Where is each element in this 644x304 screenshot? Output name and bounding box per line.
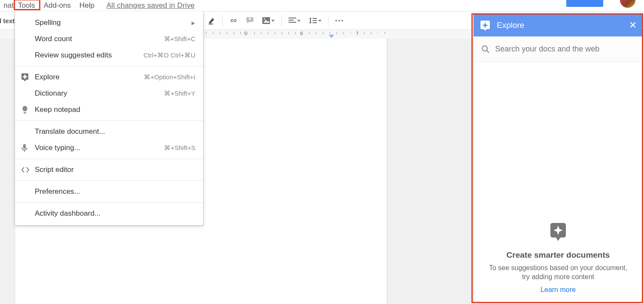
svg-rect-20 bbox=[24, 112, 26, 113]
paragraph-style-dropdown[interactable]: l text bbox=[0, 17, 15, 24]
explore-panel-title: Explore bbox=[497, 21, 524, 30]
insert-link-button[interactable] bbox=[225, 14, 242, 27]
menu-item-shortcut: ⌘+Option+Shift+I bbox=[144, 73, 195, 81]
svg-marker-19 bbox=[24, 80, 26, 81]
code-icon bbox=[21, 166, 35, 173]
tools-menu-item-dictionary[interactable]: Dictionary⌘+Shift+Y bbox=[15, 85, 203, 102]
explore-empty-state: Create smarter documents To see suggesti… bbox=[474, 222, 643, 294]
svg-point-27 bbox=[482, 46, 487, 51]
menu-separator bbox=[15, 181, 203, 181]
menu-item-label: Script editor bbox=[35, 166, 195, 174]
menu-item-label: Voice typing... bbox=[35, 144, 164, 152]
menubar-items: nat Tools Add-ons Help bbox=[0, 1, 99, 10]
chevron-down-icon bbox=[318, 20, 322, 22]
menu-separator bbox=[15, 159, 203, 159]
explore-icon bbox=[21, 73, 35, 81]
insert-comment-button[interactable] bbox=[242, 14, 258, 27]
svg-rect-10 bbox=[289, 22, 296, 23]
toolbar-separator bbox=[281, 15, 282, 27]
tools-menu-item-keep[interactable]: Keep notepad bbox=[15, 102, 203, 118]
tools-menu-item-translate[interactable]: Translate document... bbox=[15, 123, 203, 140]
align-button[interactable] bbox=[284, 14, 305, 27]
svg-rect-9 bbox=[289, 20, 294, 21]
svg-marker-26 bbox=[484, 29, 486, 31]
explore-promo-title: Create smarter documents bbox=[485, 250, 632, 260]
bulb-icon bbox=[21, 105, 35, 114]
menu-separator bbox=[15, 120, 203, 121]
menubar-item-format-clipped[interactable]: nat bbox=[0, 1, 14, 10]
mic-icon bbox=[21, 144, 35, 152]
svg-point-14 bbox=[335, 20, 337, 21]
insert-image-button[interactable] bbox=[258, 14, 279, 27]
tools-menu-item-script[interactable]: Script editor bbox=[15, 162, 203, 178]
explore-icon bbox=[480, 20, 491, 31]
explore-search-input[interactable] bbox=[495, 45, 635, 54]
account-avatar[interactable] bbox=[620, 0, 635, 8]
save-status[interactable]: All changes saved in Drive bbox=[106, 1, 195, 10]
toolbar-separator bbox=[328, 15, 328, 27]
menu-item-label: Activity dashboard... bbox=[35, 209, 195, 218]
menu-separator bbox=[15, 202, 203, 203]
menu-item-shortcut: ⌘+Shift+S bbox=[164, 144, 195, 152]
menu-separator bbox=[15, 66, 203, 66]
menu-item-label: Word count bbox=[35, 35, 164, 43]
menu-item-label: Spelling bbox=[35, 18, 191, 27]
svg-point-15 bbox=[338, 20, 340, 21]
ruler-mark: 5 bbox=[244, 31, 247, 36]
explore-panel-header: Explore ✕ bbox=[474, 14, 643, 36]
explore-promo-body: To see suggestions based on your documen… bbox=[485, 263, 632, 282]
menu-item-label: Explore bbox=[35, 73, 144, 81]
menubar-item-addons[interactable]: Add-ons bbox=[39, 1, 75, 10]
tools-menu-item-review[interactable]: Review suggested editsCtrl+⌘O Ctrl+⌘U bbox=[15, 47, 203, 63]
menu-item-label: Preferences... bbox=[35, 187, 195, 196]
tools-menu-item-wordcount[interactable]: Word count⌘+Shift+C bbox=[15, 31, 203, 47]
svg-rect-8 bbox=[289, 18, 296, 18]
svg-rect-11 bbox=[313, 18, 317, 19]
svg-rect-21 bbox=[24, 113, 26, 114]
menu-item-label: Keep notepad bbox=[35, 105, 195, 114]
menu-item-label: Review suggested edits bbox=[35, 51, 143, 60]
chevron-down-icon bbox=[297, 20, 301, 22]
svg-rect-4 bbox=[249, 18, 250, 20]
explore-search-bar bbox=[474, 36, 643, 62]
svg-point-7 bbox=[264, 18, 265, 20]
menubar: nat Tools Add-ons Help All changes saved… bbox=[0, 0, 644, 11]
menubar-item-help[interactable]: Help bbox=[75, 1, 99, 10]
submenu-arrow-icon: ▸ bbox=[191, 18, 195, 27]
toolbar-separator bbox=[222, 15, 223, 27]
menubar-item-tools[interactable]: Tools bbox=[14, 1, 39, 10]
tools-menu-item-spelling[interactable]: Spelling▸ bbox=[15, 15, 203, 31]
ruler-right-indent[interactable] bbox=[329, 35, 334, 38]
tools-menu-dropdown: Spelling▸Word count⌘+Shift+CReview sugge… bbox=[15, 11, 204, 226]
tools-menu-item-voice[interactable]: Voice typing...⌘+Shift+S bbox=[15, 140, 203, 156]
share-button[interactable] bbox=[566, 0, 603, 7]
svg-rect-2 bbox=[209, 24, 213, 24]
menu-item-label: Translate document... bbox=[35, 127, 195, 136]
close-icon[interactable]: ✕ bbox=[629, 20, 637, 31]
menu-item-label: Dictionary bbox=[35, 89, 164, 98]
explore-panel-body: Create smarter documents To see suggesti… bbox=[474, 62, 643, 302]
explore-panel: Explore ✕ Create smarter documents To se… bbox=[473, 14, 643, 303]
toolbar-group: A bbox=[187, 14, 347, 27]
chevron-down-icon bbox=[271, 20, 275, 22]
svg-rect-13 bbox=[313, 22, 317, 23]
svg-rect-22 bbox=[23, 144, 26, 149]
menu-item-shortcut: ⌘+Shift+Y bbox=[164, 90, 195, 97]
tools-menu-item-explore[interactable]: Explore⌘+Option+Shift+I bbox=[15, 69, 203, 85]
explore-icon bbox=[549, 222, 568, 243]
learn-more-link[interactable]: Learn more bbox=[541, 286, 576, 294]
svg-rect-12 bbox=[313, 20, 317, 21]
tools-menu-item-prefs[interactable]: Preferences... bbox=[15, 184, 203, 200]
search-icon bbox=[481, 45, 489, 54]
menu-item-shortcut: ⌘+Shift+C bbox=[164, 35, 195, 43]
svg-marker-31 bbox=[556, 238, 560, 241]
more-toolbar-button[interactable] bbox=[331, 14, 347, 27]
tools-menu-item-activity[interactable]: Activity dashboard... bbox=[15, 205, 203, 222]
svg-point-16 bbox=[341, 20, 343, 21]
svg-line-28 bbox=[487, 51, 489, 53]
menu-item-shortcut: Ctrl+⌘O Ctrl+⌘U bbox=[143, 51, 195, 59]
highlight-color-button[interactable] bbox=[204, 14, 220, 27]
line-spacing-button[interactable] bbox=[305, 14, 325, 27]
